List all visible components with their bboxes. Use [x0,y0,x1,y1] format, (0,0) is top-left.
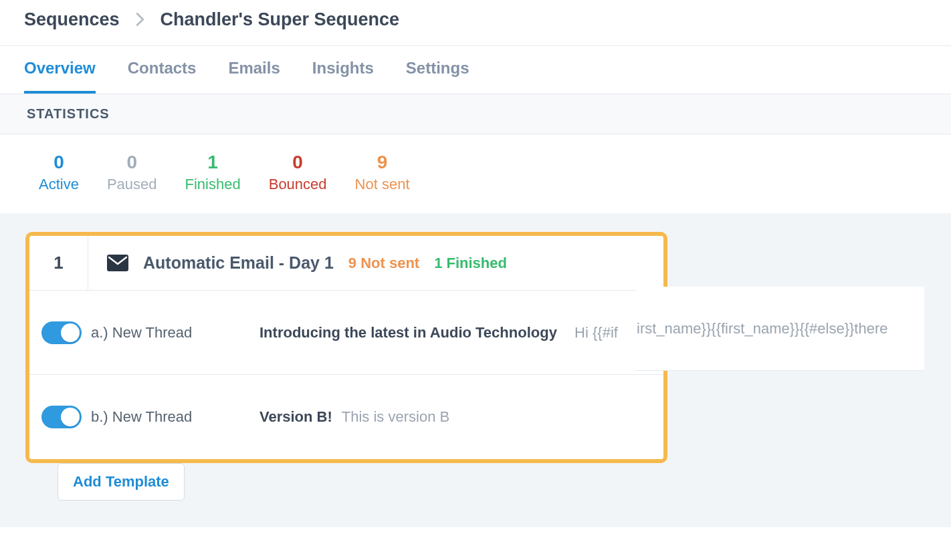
step-number: 1 [29,236,88,291]
stat-label: Bounced [269,176,327,193]
variant-subject: Version B! [259,408,332,426]
add-template-button[interactable]: Add Template [58,463,185,501]
stat-label: Finished [185,176,241,193]
stat-paused[interactable]: 0 Paused [107,152,157,193]
workspace: 1 Automatic Email - Day 1 9 Not sent 1 F… [0,213,951,527]
variant-preview: This is version B [342,408,449,426]
step-title: Automatic Email - Day 1 [143,253,334,273]
step-header[interactable]: 1 Automatic Email - Day 1 9 Not sent 1 F… [29,236,663,291]
status-finished: 1 Finished [434,255,507,272]
tab-overview[interactable]: Overview [24,59,96,94]
statistics-row: 0 Active 0 Paused 1 Finished 0 Bounced 9… [0,134,951,213]
variant-preview: Hi {{#if [566,324,618,341]
variant-subject: Introducing the latest in Audio Technolo… [259,324,557,341]
breadcrumb-current: Chandler's Super Sequence [161,9,400,30]
chevron-right-icon [136,13,144,26]
step-status: 9 Not sent 1 Finished [348,255,507,272]
variant-preview-overflow: irst_name}}{{first_name}}{{#else}}there [637,287,924,371]
stat-value: 0 [292,152,303,173]
tab-insights[interactable]: Insights [312,59,374,94]
tabs: Overview Contacts Emails Insights Settin… [0,46,951,94]
status-not-sent: 9 Not sent [348,255,419,272]
stat-value: 9 [377,152,388,173]
toggle-variant-b[interactable] [41,406,82,428]
stat-label: Active [39,176,79,193]
variant-row-a[interactable]: a.) New Thread Introducing the latest in… [29,291,663,375]
stat-bounced[interactable]: 0 Bounced [269,152,327,193]
tab-emails[interactable]: Emails [228,59,280,94]
stat-label: Not sent [355,176,410,193]
tab-settings[interactable]: Settings [406,59,469,94]
statistics-header: STATISTICS [0,94,951,134]
stat-not-sent[interactable]: 9 Not sent [355,152,410,193]
step-highlight: 1 Automatic Email - Day 1 9 Not sent 1 F… [25,232,667,463]
variant-label: b.) New Thread [91,408,259,426]
breadcrumb-root[interactable]: Sequences [24,9,120,30]
breadcrumb: Sequences Chandler's Super Sequence [0,0,951,39]
stat-value: 0 [126,152,137,173]
tab-contacts[interactable]: Contacts [128,59,197,94]
stat-label: Paused [107,176,157,193]
email-icon [107,255,128,271]
step-card: 1 Automatic Email - Day 1 9 Not sent 1 F… [29,236,663,459]
variant-row-b[interactable]: b.) New Thread Version B! This is versio… [29,375,663,459]
variant-label: a.) New Thread [91,324,259,341]
stat-active[interactable]: 0 Active [39,152,79,193]
stat-value: 1 [207,152,218,173]
stat-finished[interactable]: 1 Finished [185,152,241,193]
toggle-variant-a[interactable] [41,321,82,344]
stat-value: 0 [54,152,64,173]
